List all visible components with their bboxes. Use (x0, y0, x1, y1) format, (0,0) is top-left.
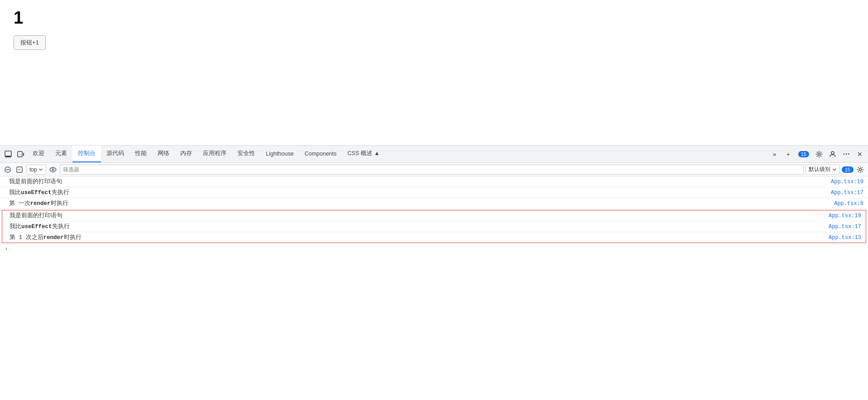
page-number: 1 (14, 9, 854, 26)
svg-rect-2 (18, 151, 22, 157)
console-prompt-row: › (0, 244, 868, 254)
more-options-btn[interactable]: ⋯ (840, 148, 853, 161)
more-tabs-btn[interactable]: » (768, 148, 781, 161)
console-row: 我是前面的打印语句 App.tsx:19 (0, 176, 868, 187)
tab-memory[interactable]: 内存 (175, 146, 198, 162)
svg-point-10 (52, 169, 54, 171)
tab-console[interactable]: 控制台 (72, 146, 101, 162)
console-row: 第 1 次之后render时执行 App.tsx:13 (2, 232, 866, 243)
source-link[interactable]: App.tsx:17 (831, 190, 863, 196)
source-link[interactable]: App.tsx:17 (829, 224, 861, 230)
source-link[interactable]: App.tsx:19 (831, 179, 863, 185)
console-row: 我比useEffect先执行 App.tsx:17 (0, 187, 868, 198)
devtools-tabs-bar: 欢迎 元素 控制台 源代码 性能 网络 内存 应用程序 (0, 146, 868, 163)
main-content: 1 按钮+1 (0, 0, 868, 145)
add-tab-btn[interactable]: + (782, 148, 795, 161)
tab-lighthouse[interactable]: Lighthouse (260, 146, 299, 162)
tab-performance[interactable]: 性能 (130, 146, 152, 162)
messages-badge: 15 (798, 151, 809, 157)
close-devtools-btn[interactable]: ✕ (854, 148, 866, 161)
context-selector[interactable]: top (26, 165, 46, 175)
tab-welcome[interactable]: 欢迎 (27, 146, 50, 162)
filter-input[interactable] (60, 165, 804, 175)
device-icon-btn[interactable] (14, 148, 27, 161)
eye-btn[interactable] (48, 165, 58, 175)
profile-btn[interactable] (826, 148, 839, 161)
console-row: 我是前面的打印语句 App.tsx:19 (2, 210, 866, 221)
devtools-panel: 欢迎 元素 控制台 源代码 性能 网络 内存 应用程序 (0, 145, 868, 400)
svg-rect-3 (23, 153, 24, 156)
prompt-icon: › (5, 246, 8, 253)
svg-rect-0 (5, 151, 11, 156)
tab-sources[interactable]: 源代码 (101, 146, 130, 162)
svg-rect-1 (5, 156, 11, 157)
tab-network[interactable]: 网络 (152, 146, 175, 162)
show-network-btn[interactable] (14, 165, 24, 175)
inspect-icon-btn[interactable] (2, 148, 14, 161)
plus1-button[interactable]: 按钮+1 (14, 35, 46, 50)
tab-security[interactable]: 安全性 (232, 146, 260, 162)
source-link[interactable]: App.tsx:19 (829, 213, 861, 219)
tab-components[interactable]: Components (299, 146, 342, 162)
console-output: 我是前面的打印语句 App.tsx:19 我比useEffect先执行 App.… (0, 176, 868, 400)
console-badge: 15 (842, 166, 854, 173)
source-link[interactable]: App.tsx:13 (829, 234, 861, 241)
tab-css-overview[interactable]: CSS 概述 ▲ (342, 146, 385, 162)
level-select[interactable]: 默认级别 (805, 165, 840, 175)
svg-point-4 (818, 153, 820, 155)
tab-application[interactable]: 应用程序 (198, 146, 232, 162)
highlighted-group: 我是前面的打印语句 App.tsx:19 我比useEffect先执行 App.… (2, 210, 866, 243)
svg-point-11 (859, 168, 862, 171)
settings-btn[interactable] (813, 148, 825, 161)
console-toolbar: top 默认级别 15 (0, 163, 868, 176)
devtools-tabs: 欢迎 元素 控制台 源代码 性能 网络 内存 应用程序 (27, 146, 768, 162)
tab-elements[interactable]: 元素 (50, 146, 72, 162)
console-row: 第 一次render时执行 App.tsx:8 (0, 198, 868, 209)
source-link[interactable]: App.tsx:8 (834, 200, 863, 207)
console-settings-btn[interactable] (855, 165, 865, 175)
clear-console-btn[interactable] (3, 165, 13, 175)
svg-point-5 (831, 151, 834, 154)
console-row: 我比useEffect先执行 App.tsx:17 (2, 221, 866, 232)
devtools-tab-right: » + 15 ⋯ (768, 148, 866, 161)
